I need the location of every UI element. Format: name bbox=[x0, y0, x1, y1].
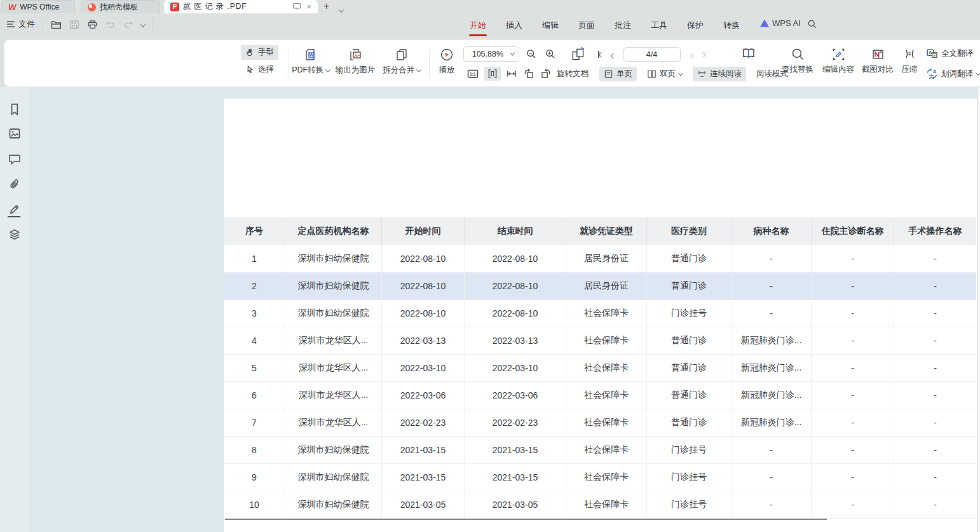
screenshot-compare-label: 截图对比 bbox=[862, 64, 894, 75]
find-replace-button[interactable]: 查找替换 bbox=[779, 47, 817, 75]
fit-width-icon[interactable] bbox=[505, 68, 518, 79]
next-page-button[interactable] bbox=[689, 49, 693, 60]
compress-button[interactable]: 压缩 bbox=[897, 47, 922, 75]
first-page-button[interactable] bbox=[598, 51, 603, 58]
table-cell: 普通门诊 bbox=[647, 245, 732, 272]
thumbnail-icon[interactable] bbox=[8, 127, 21, 140]
tab-document-pdf[interactable]: P 就 医 记 录 .PDF × bbox=[164, 0, 318, 13]
zoom-out-icon[interactable] bbox=[526, 48, 537, 60]
export-image-label: 输出为图片 bbox=[336, 65, 376, 76]
edit-content-button[interactable]: 编辑内容 bbox=[819, 47, 857, 75]
layers-icon[interactable] bbox=[8, 228, 21, 241]
comment-icon[interactable] bbox=[8, 153, 21, 165]
zoom-level-input[interactable] bbox=[468, 50, 507, 58]
table-cell: 社会保障卡 bbox=[566, 300, 647, 327]
table-cell: 门诊挂号 bbox=[647, 464, 732, 491]
table-cell: 2022-03-13 bbox=[465, 327, 566, 354]
table-row: 7深圳市龙华区人...2022-02-232022-02-23社会保障卡普通门诊… bbox=[224, 409, 976, 437]
table-cell: - bbox=[732, 300, 812, 327]
open-file-icon[interactable] bbox=[51, 20, 62, 29]
table-cell: 5 bbox=[224, 355, 285, 381]
split-merge-label: 拆分合并 bbox=[383, 65, 414, 74]
zoom-level-select[interactable] bbox=[463, 46, 519, 62]
table-cell: - bbox=[732, 273, 812, 299]
close-tab-icon[interactable]: × bbox=[306, 3, 311, 11]
menu-page[interactable]: 页面 bbox=[578, 17, 595, 34]
table-cell: - bbox=[732, 464, 812, 491]
read-mode-icon[interactable] bbox=[740, 46, 757, 62]
menu-convert[interactable]: 转换 bbox=[723, 17, 740, 34]
menu-edit[interactable]: 编辑 bbox=[541, 17, 559, 34]
continuous-read-button[interactable]: 连续阅读 bbox=[693, 67, 746, 81]
word-translate-button[interactable]: 文 A 划词翻译 bbox=[926, 68, 980, 79]
menu-protect[interactable]: 保护 bbox=[686, 17, 704, 34]
pdf-page: 序号定点医药机构名称开始时间结束时间就诊凭证类型医疗类别病种名称住院主诊断名称手… bbox=[224, 99, 977, 532]
page-indicator-input[interactable] bbox=[624, 50, 680, 59]
svg-text:字: 字 bbox=[932, 53, 936, 57]
table-cell: 2021-03-15 bbox=[382, 464, 465, 491]
split-merge-button[interactable]: 拆分合并 bbox=[379, 47, 424, 76]
rotate-left-icon[interactable] bbox=[522, 67, 535, 80]
table-cell: 门诊挂号 bbox=[647, 437, 732, 463]
save-icon[interactable] bbox=[69, 20, 79, 29]
menu-tools[interactable]: 工具 bbox=[650, 17, 668, 34]
play-icon bbox=[439, 47, 454, 62]
page-indicator-box[interactable] bbox=[623, 47, 681, 62]
table-cell: 普通门诊 bbox=[647, 382, 732, 409]
table-cell: 2022-08-10 bbox=[465, 245, 566, 272]
table-cell: - bbox=[732, 245, 812, 272]
rotate-doc-label[interactable]: 旋转文档 bbox=[557, 69, 589, 79]
medical-records-table: 序号定点医药机构名称开始时间结束时间就诊凭证类型医疗类别病种名称住院主诊断名称手… bbox=[224, 217, 976, 519]
table-cell: 普通门诊 bbox=[647, 355, 732, 381]
fit-page-icon bbox=[487, 68, 498, 79]
table-cell: 2022-03-10 bbox=[465, 355, 566, 381]
tab-wps-office[interactable]: W WPS Office bbox=[1, 0, 75, 13]
table-cell: 9 bbox=[224, 464, 285, 491]
bookmark-icon[interactable] bbox=[8, 102, 21, 116]
table-cell: 深圳市妇幼保健院 bbox=[285, 273, 382, 299]
rotate-right-icon[interactable] bbox=[540, 67, 552, 80]
actual-size-icon[interactable]: 1:1 bbox=[466, 67, 480, 80]
table-cell: 门诊挂号 bbox=[647, 491, 732, 518]
table-cell: 社会保障卡 bbox=[566, 409, 647, 436]
zoom-in-icon[interactable] bbox=[545, 48, 556, 60]
undo-icon[interactable] bbox=[105, 20, 116, 29]
search-icon[interactable] bbox=[807, 19, 817, 29]
vertical-scrollbar[interactable] bbox=[977, 87, 980, 532]
fit-page-button[interactable] bbox=[484, 67, 501, 81]
tab-docer-templates[interactable]: 找稻壳模板 bbox=[81, 0, 160, 13]
edit-content-icon bbox=[831, 47, 846, 62]
hand-tool-button[interactable]: 手型 bbox=[241, 45, 278, 60]
redo-icon[interactable] bbox=[123, 20, 133, 29]
screenshot-compare-button[interactable]: 截图对比 bbox=[859, 47, 897, 75]
print-icon[interactable] bbox=[87, 20, 98, 29]
signature-pen-icon[interactable] bbox=[8, 203, 21, 215]
last-page-button[interactable] bbox=[701, 51, 706, 58]
signature-underline bbox=[8, 216, 20, 217]
full-translate-button[interactable]: A 字 全文翻译 bbox=[926, 48, 973, 59]
new-tab-button[interactable]: + bbox=[323, 1, 329, 12]
screen-share-icon[interactable] bbox=[292, 3, 301, 11]
table-cell: 2022-03-06 bbox=[465, 382, 566, 409]
export-image-button[interactable]: 输出为图片 bbox=[334, 47, 377, 76]
table-cell: - bbox=[812, 245, 894, 272]
table-cell: - bbox=[812, 300, 894, 327]
table-cell: - bbox=[894, 409, 976, 436]
menu-comment[interactable]: 批注 bbox=[614, 17, 632, 34]
wps-ai-button[interactable]: WPS AI bbox=[760, 18, 801, 28]
menu-insert[interactable]: 插入 bbox=[505, 17, 523, 34]
menu-home[interactable]: 开始 bbox=[469, 17, 487, 34]
select-tool-button[interactable]: 选择 bbox=[241, 62, 278, 77]
undo-redo-chevron-icon[interactable] bbox=[141, 18, 145, 30]
tab-label: 就 医 记 录 .PDF bbox=[183, 1, 247, 12]
prev-page-button[interactable] bbox=[611, 49, 615, 60]
table-cell: 2022-08-10 bbox=[382, 245, 465, 272]
double-page-button[interactable]: 双页 bbox=[643, 67, 687, 81]
pdf-convert-button[interactable]: W PDF转换 bbox=[290, 47, 331, 76]
attachment-icon[interactable] bbox=[8, 178, 21, 191]
file-menu-button[interactable]: 文件 bbox=[6, 18, 35, 30]
swap-pages-icon[interactable] bbox=[570, 46, 587, 63]
single-page-button[interactable]: 单页 bbox=[599, 67, 637, 81]
table-cell: - bbox=[894, 355, 976, 381]
play-button[interactable]: 播放 bbox=[433, 47, 461, 76]
